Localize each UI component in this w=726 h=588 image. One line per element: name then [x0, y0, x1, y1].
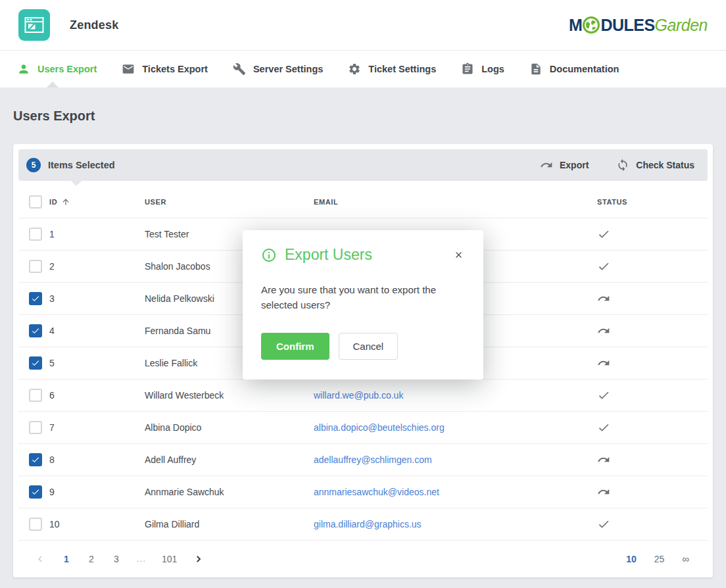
globe-icon	[583, 16, 600, 34]
table-row: 9 Annmarie Sawchuk annmariesawchuk@video…	[18, 476, 708, 508]
row-email-link[interactable]: adellauffrey@schlimgen.com	[314, 454, 432, 465]
table-row: 6 Willard Westerbeck willard.we@pub.co.u…	[18, 379, 708, 411]
sync-icon	[616, 159, 629, 172]
status-pending-export-icon	[597, 356, 610, 370]
info-circle-icon	[261, 247, 277, 263]
page-size-25[interactable]: 25	[654, 554, 665, 564]
row-user: Gilma Dilliard	[145, 508, 314, 540]
row-user: Adell Auffrey	[145, 443, 314, 476]
page-size-infinity-icon[interactable]: ∞	[682, 553, 689, 564]
row-id: 1	[49, 218, 145, 250]
column-header-email[interactable]: EMAIL	[314, 186, 597, 218]
tab-label: Ticket Settings	[368, 64, 436, 74]
selected-count-badge: 5	[26, 158, 41, 172]
tab-tickets-export[interactable]: Tickets Export	[122, 62, 208, 76]
status-pending-export-icon	[597, 453, 610, 466]
confirm-button[interactable]: Confirm	[261, 333, 329, 360]
page-number-101[interactable]: 101	[162, 554, 177, 564]
close-icon[interactable]	[452, 249, 465, 261]
row-user: Annmarie Sawchuk	[145, 476, 314, 508]
status-done-check-icon	[597, 518, 610, 531]
export-button[interactable]: Export	[540, 159, 589, 172]
toolbar-tail	[71, 181, 82, 186]
tab-label: Documentation	[550, 64, 619, 74]
row-id: 10	[49, 508, 145, 540]
row-checkbox[interactable]	[29, 421, 42, 434]
row-id: 9	[49, 476, 145, 508]
column-header-id[interactable]: ID	[49, 198, 57, 206]
row-id: 3	[49, 282, 145, 314]
modal-message: Are you sure that you want to export the…	[261, 282, 468, 313]
tab-users-export[interactable]: Users Export	[17, 62, 97, 76]
cancel-button[interactable]: Cancel	[339, 333, 399, 360]
pagination-bar: 1 2 3 ... 101 10 25 ∞	[18, 541, 708, 577]
status-pending-export-icon	[597, 292, 610, 305]
page-title: Users Export	[13, 109, 713, 124]
nav-bar: Users Export Tickets Export Server Setti…	[0, 51, 726, 87]
row-id: 5	[49, 347, 145, 379]
page-ellipsis: ...	[137, 554, 146, 564]
column-header-status[interactable]: STATUS	[597, 186, 708, 218]
row-user: Albina Dopico	[145, 411, 314, 443]
row-checkbox[interactable]	[29, 228, 42, 241]
row-checkbox[interactable]	[29, 389, 42, 402]
wrench-icon	[233, 62, 246, 76]
tab-logs[interactable]: Logs	[461, 62, 504, 76]
row-id: 6	[49, 379, 145, 411]
row-checkbox[interactable]	[29, 356, 42, 370]
modulesgarden-logo: M DULESGarden	[569, 16, 708, 35]
app-header: Zendesk M DULESGarden	[0, 0, 726, 51]
export-users-modal: Export Users Are you sure that you want …	[243, 230, 483, 380]
tab-server-settings[interactable]: Server Settings	[233, 62, 323, 76]
brand-text-dules: DULES	[600, 16, 654, 35]
tab-label: Server Settings	[253, 64, 323, 74]
chevron-left-icon[interactable]	[34, 553, 46, 565]
check-status-button-label: Check Status	[636, 160, 694, 170]
row-email-link[interactable]: albina.dopico@beutelschies.org	[314, 422, 445, 433]
page-number-1[interactable]: 1	[62, 554, 71, 564]
table-row: 8 Adell Auffrey adellauffrey@schlimgen.c…	[18, 443, 708, 476]
app-title: Zendesk	[70, 18, 118, 32]
page-number-2[interactable]: 2	[87, 554, 96, 564]
modal-title: Export Users	[285, 246, 372, 264]
table-header-row: ID USER EMAIL STATUS	[18, 186, 708, 218]
column-header-user[interactable]: USER	[145, 186, 314, 218]
row-email-link[interactable]: willard.we@pub.co.uk	[314, 390, 403, 401]
brand-text-garden: Garden	[655, 16, 708, 35]
row-id: 2	[49, 250, 145, 282]
zendesk-app-icon	[18, 9, 50, 41]
tab-ticket-settings[interactable]: Ticket Settings	[348, 62, 436, 76]
row-checkbox[interactable]	[29, 518, 42, 531]
clipboard-icon	[461, 62, 474, 76]
table-row: 7 Albina Dopico albina.dopico@beutelschi…	[18, 411, 708, 443]
row-checkbox[interactable]	[29, 485, 42, 499]
select-all-checkbox[interactable]	[29, 195, 42, 208]
selected-label: Items Selected	[48, 160, 115, 170]
page-size-10[interactable]: 10	[626, 554, 637, 564]
row-user: Willard Westerbeck	[145, 379, 314, 411]
status-done-check-icon	[597, 389, 610, 402]
redo-arrow-icon	[540, 159, 553, 172]
row-checkbox[interactable]	[29, 324, 42, 337]
brand-text-m: M	[569, 16, 582, 35]
export-button-label: Export	[560, 160, 589, 170]
sort-ascending-icon	[61, 197, 70, 207]
row-checkbox[interactable]	[29, 260, 42, 273]
tab-documentation[interactable]: Documentation	[529, 62, 619, 76]
row-id: 7	[49, 411, 145, 443]
row-email-link[interactable]: annmariesawchuk@videos.net	[314, 487, 439, 497]
check-status-button[interactable]: Check Status	[616, 159, 694, 172]
selection-toolbar: 5 Items Selected Export Check Status	[18, 149, 708, 181]
status-pending-export-icon	[597, 324, 610, 337]
status-done-check-icon	[597, 421, 610, 434]
row-checkbox[interactable]	[29, 453, 42, 466]
tab-label: Tickets Export	[142, 64, 208, 74]
row-id: 4	[49, 314, 145, 347]
document-icon	[529, 62, 543, 76]
row-checkbox[interactable]	[29, 292, 42, 305]
status-done-check-icon	[597, 260, 610, 273]
row-email-link[interactable]: gilma.dilliard@graphics.us	[314, 519, 422, 529]
page-number-3[interactable]: 3	[112, 554, 121, 564]
chevron-right-icon[interactable]	[193, 553, 205, 565]
gear-icon	[348, 62, 361, 76]
